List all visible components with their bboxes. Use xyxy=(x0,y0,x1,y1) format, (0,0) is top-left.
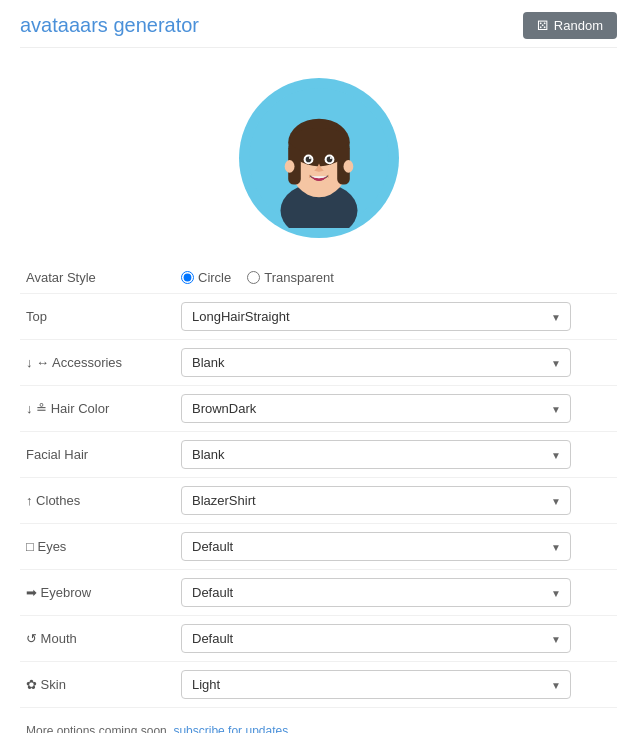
mouth-row: ↺ Mouth Default Concerned Disbelief Eati… xyxy=(20,616,617,662)
eyes-row: □ Eyes Default Close Cry Dizzy Happy xyxy=(20,524,617,570)
hair-color-control: BrownDark Black Blonde Auburn Red xyxy=(175,386,617,432)
header: avataaars generator ⚄ Random xyxy=(20,12,617,48)
svg-point-17 xyxy=(329,157,331,159)
accessories-select[interactable]: Blank Kurt Prescription01 Sunglasses xyxy=(181,348,571,377)
accessories-control: Blank Kurt Prescription01 Sunglasses xyxy=(175,340,617,386)
accessories-select-wrapper: Blank Kurt Prescription01 Sunglasses xyxy=(181,348,571,377)
skin-control: Light Tanned Yellow Pale Gold Brown Dark… xyxy=(175,662,617,708)
footer-note: More options coming soon, subscribe for … xyxy=(20,724,617,733)
mouth-control: Default Concerned Disbelief Eating Grima… xyxy=(175,616,617,662)
facial-hair-row: Facial Hair Blank BeardMedium BeardLight… xyxy=(20,432,617,478)
eyes-label: □ Eyes xyxy=(20,524,175,570)
clothes-label: ↑ Clothes xyxy=(20,478,175,524)
eyebrow-select-wrapper: Default Angry AngryNatural DefaultNatura… xyxy=(181,578,571,607)
avatar-circle xyxy=(239,78,399,238)
clothes-select-wrapper: BlazerShirt BlazerSweater CollarSweater … xyxy=(181,486,571,515)
eyebrow-control: Default Angry AngryNatural DefaultNatura… xyxy=(175,570,617,616)
random-button-label: Random xyxy=(554,18,603,33)
circle-label: Circle xyxy=(198,270,231,285)
facial-hair-select[interactable]: Blank BeardMedium BeardLight MoustacheFa… xyxy=(181,440,571,469)
hair-color-select[interactable]: BrownDark Black Blonde Auburn Red xyxy=(181,394,571,423)
eyebrow-row: ➡ Eyebrow Default Angry AngryNatural Def… xyxy=(20,570,617,616)
random-button[interactable]: ⚄ Random xyxy=(523,12,617,39)
eyebrow-select[interactable]: Default Angry AngryNatural DefaultNatura… xyxy=(181,578,571,607)
transparent-label: Transparent xyxy=(264,270,334,285)
top-row: Top LongHairStraight LongHairBun ShortHa… xyxy=(20,294,617,340)
circle-radio[interactable] xyxy=(181,271,194,284)
eyes-control: Default Close Cry Dizzy Happy xyxy=(175,524,617,570)
eyebrow-label: ➡ Eyebrow xyxy=(20,570,175,616)
svg-point-9 xyxy=(289,128,348,153)
random-icon: ⚄ xyxy=(537,18,548,33)
hair-color-row: ↓ ≗ Hair Color BrownDark Black Blonde Au… xyxy=(20,386,617,432)
skin-select-wrapper: Light Tanned Yellow Pale Gold Brown Dark… xyxy=(181,670,571,699)
svg-point-16 xyxy=(308,157,310,159)
app-title: avataaars generator xyxy=(20,14,199,37)
circle-option[interactable]: Circle xyxy=(181,270,231,285)
clothes-row: ↑ Clothes BlazerShirt BlazerSweater Coll… xyxy=(20,478,617,524)
top-control: LongHairStraight LongHairBun ShortHairSh… xyxy=(175,294,617,340)
facial-hair-label: Facial Hair xyxy=(20,432,175,478)
mouth-select[interactable]: Default Concerned Disbelief Eating Grima… xyxy=(181,624,571,653)
eyes-select[interactable]: Default Close Cry Dizzy Happy xyxy=(181,532,571,561)
mouth-select-wrapper: Default Concerned Disbelief Eating Grima… xyxy=(181,624,571,653)
accessories-label: ↓ ↔ Accessories xyxy=(20,340,175,386)
clothes-control: BlazerShirt BlazerSweater CollarSweater … xyxy=(175,478,617,524)
subscribe-link[interactable]: subscribe for updates xyxy=(173,724,288,733)
svg-point-11 xyxy=(343,160,353,173)
hair-color-select-wrapper: BrownDark Black Blonde Auburn Red xyxy=(181,394,571,423)
skin-row: ✿ Skin Light Tanned Yellow Pale Gold Bro… xyxy=(20,662,617,708)
transparent-radio[interactable] xyxy=(247,271,260,284)
avatar-style-row: Avatar Style Circle Transparent xyxy=(20,262,617,294)
skin-label: ✿ Skin xyxy=(20,662,175,708)
options-table: Avatar Style Circle Transparent xyxy=(20,262,617,708)
mouth-label: ↺ Mouth xyxy=(20,616,175,662)
hair-color-label: ↓ ≗ Hair Color xyxy=(20,386,175,432)
avatar-style-radio-group: Circle Transparent xyxy=(181,270,611,285)
avatar-style-label: Avatar Style xyxy=(20,262,175,294)
clothes-select[interactable]: BlazerShirt BlazerSweater CollarSweater … xyxy=(181,486,571,515)
avatar-style-control: Circle Transparent xyxy=(175,262,617,294)
avatar-section xyxy=(20,58,617,262)
top-select[interactable]: LongHairStraight LongHairBun ShortHairSh… xyxy=(181,302,571,331)
avatar-image xyxy=(249,88,389,228)
top-select-wrapper: LongHairStraight LongHairBun ShortHairSh… xyxy=(181,302,571,331)
facial-hair-control: Blank BeardMedium BeardLight MoustacheFa… xyxy=(175,432,617,478)
app-container: avataaars generator ⚄ Random xyxy=(0,0,637,733)
top-label: Top xyxy=(20,294,175,340)
accessories-row: ↓ ↔ Accessories Blank Kurt Prescription0… xyxy=(20,340,617,386)
svg-point-10 xyxy=(284,160,294,173)
skin-select[interactable]: Light Tanned Yellow Pale Gold Brown Dark… xyxy=(181,670,571,699)
facial-hair-select-wrapper: Blank BeardMedium BeardLight MoustacheFa… xyxy=(181,440,571,469)
eyes-select-wrapper: Default Close Cry Dizzy Happy xyxy=(181,532,571,561)
transparent-option[interactable]: Transparent xyxy=(247,270,334,285)
